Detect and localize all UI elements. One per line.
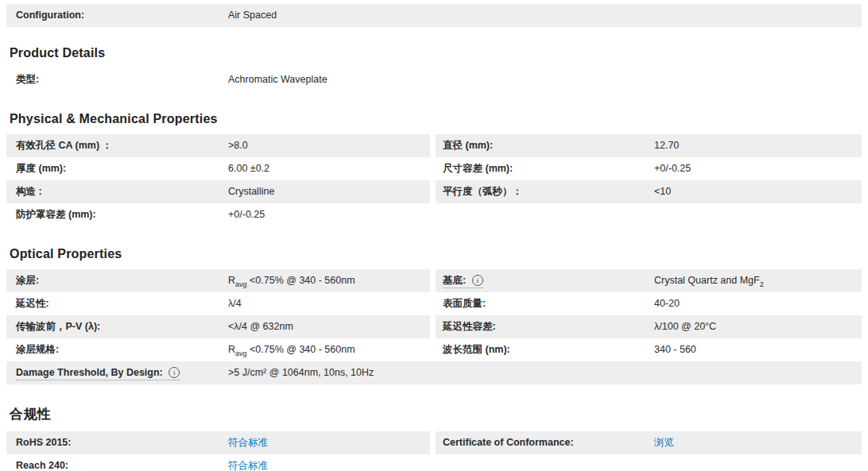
spec-label-coating: 涂层: — [6, 269, 228, 292]
physical-properties-table: 有效孔径 CA (mm) ： >8.0 直径 (mm): 12.70 厚度 (m… — [6, 134, 862, 226]
optical-properties-table: 涂层: Ravg <0.75% @ 340 - 560nm 基底: i Crys… — [6, 269, 862, 384]
spec-value-retardance-tolerance: λ/100 @ 20°C — [649, 315, 862, 338]
spec-label-retardance-tolerance: 延迟性容差: — [430, 315, 649, 338]
table-row: 涂层: Ravg <0.75% @ 340 - 560nm 基底: i Crys… — [6, 269, 862, 292]
table-row: 有效孔径 CA (mm) ： >8.0 直径 (mm): 12.70 — [6, 134, 862, 157]
table-row: RoHS 2015: 符合标准 Certificate of Conforman… — [6, 431, 862, 454]
spec-value-housing-tolerance: +0/-0.25 — [228, 203, 862, 226]
table-row: 防护罩容差 (mm): +0/-0.25 — [6, 203, 862, 226]
spec-value-retardance: λ/4 — [228, 292, 430, 315]
spec-value-construction: Crystalline — [228, 180, 430, 203]
spec-label-clear-aperture: 有效孔径 CA (mm) ： — [6, 134, 228, 157]
spec-label-certificate-of-conformance: Certificate of Conformance: — [430, 431, 649, 454]
spec-label-coating-spec: 涂层规格: — [6, 338, 228, 361]
spec-label-construction: 构造 : — [6, 180, 228, 203]
table-row: 涂层规格: Ravg <0.75% @ 340 - 560nm 波长范围 (nm… — [6, 338, 862, 361]
table-row: 类型: Achromatic Waveplate — [6, 68, 862, 91]
section-heading-compliance: 合规性 — [6, 405, 862, 423]
reach-compliant-cell: 符合标准 — [228, 454, 862, 471]
spec-value-clear-aperture: >8.0 — [228, 134, 430, 157]
section-heading-physical: Physical & Mechanical Properties — [6, 112, 862, 126]
spec-label-damage-threshold-text: Damage Threshold, By Design: — [16, 367, 163, 378]
spec-value-coating-spec: Ravg <0.75% @ 340 - 560nm — [228, 338, 430, 361]
spec-value-dimensional-tolerance: +0/-0.25 — [649, 157, 862, 180]
spec-label-parallelism: 平行度（弧秒）： — [430, 180, 649, 203]
spec-value-coating: Ravg <0.75% @ 340 - 560nm — [228, 269, 430, 292]
substrate-label-wrap[interactable]: 基底: i — [443, 275, 483, 288]
table-row: Damage Threshold, By Design: i >5 J/cm² … — [6, 361, 862, 384]
spec-label-thickness: 厚度 (mm): — [6, 157, 228, 180]
product-details-table: 类型: Achromatic Waveplate — [6, 68, 862, 91]
spec-label-housing-tolerance: 防护罩容差 (mm): — [6, 203, 228, 226]
spec-label-substrate-text: 基底: — [443, 275, 466, 286]
spec-value-substrate: Crystal Quartz and MgF2 — [649, 269, 862, 292]
table-row: 延迟性: λ/4 表面质量: 40-20 — [6, 292, 862, 315]
table-row: Reach 240: 符合标准 — [6, 454, 862, 471]
spec-value-wavelength-range: 340 - 560 — [649, 338, 862, 361]
spec-value-thickness: 6.00 ±0.2 — [228, 157, 430, 180]
table-row: 构造 : Crystalline 平行度（弧秒）： <10 — [6, 180, 862, 203]
spec-label-type: 类型: — [6, 68, 228, 91]
table-row: 传输波前，P-V (λ): <λ/4 @ 632nm 延迟性容差: λ/100 … — [6, 315, 862, 338]
spec-value-damage-threshold: >5 J/cm² @ 1064nm, 10ns, 10Hz — [228, 361, 862, 384]
compliance-table: RoHS 2015: 符合标准 Certificate of Conforman… — [6, 431, 862, 471]
table-row: Configuration: Air Spaced — [6, 4, 862, 27]
info-icon[interactable]: i — [472, 275, 483, 286]
section-heading-product-details: Product Details — [6, 46, 862, 60]
spec-label-configuration: Configuration: — [6, 4, 228, 27]
table-row: 厚度 (mm): 6.00 ±0.2 尺寸容差 (mm): +0/-0.25 — [6, 157, 862, 180]
spec-value-diameter: 12.70 — [649, 134, 862, 157]
spec-value-transmitted-wavefront: <λ/4 @ 632nm — [228, 315, 430, 338]
spec-label-retardance: 延迟性: — [6, 292, 228, 315]
spec-value-type: Achromatic Waveplate — [228, 68, 862, 91]
reach-compliant-link[interactable]: 符合标准 — [228, 460, 268, 471]
spec-label-dimensional-tolerance: 尺寸容差 (mm): — [430, 157, 649, 180]
damage-threshold-label-wrap[interactable]: Damage Threshold, By Design: i — [16, 367, 180, 380]
spec-value-surface-quality: 40-20 — [649, 292, 862, 315]
spec-label-substrate: 基底: i — [430, 269, 649, 292]
configuration-table: Configuration: Air Spaced — [6, 4, 862, 27]
rohs-compliant-cell: 符合标准 — [228, 431, 430, 454]
spec-label-rohs: RoHS 2015: — [6, 431, 228, 454]
certificate-cell: 浏览 — [649, 431, 862, 454]
spec-label-surface-quality: 表面质量: — [430, 292, 649, 315]
rohs-compliant-link[interactable]: 符合标准 — [228, 437, 268, 448]
certificate-view-link[interactable]: 浏览 — [654, 437, 674, 448]
info-icon[interactable]: i — [169, 367, 180, 378]
spec-label-reach: Reach 240: — [6, 454, 228, 471]
spec-label-diameter: 直径 (mm): — [430, 134, 649, 157]
spec-value-parallelism: <10 — [649, 180, 862, 203]
section-heading-optical: Optical Properties — [6, 247, 862, 261]
spec-label-transmitted-wavefront: 传输波前，P-V (λ): — [6, 315, 228, 338]
spec-label-wavelength-range: 波长范围 (nm): — [430, 338, 649, 361]
spec-value-configuration: Air Spaced — [228, 4, 862, 27]
product-spec-page: Configuration: Air Spaced Product Detail… — [0, 0, 868, 471]
spec-label-damage-threshold: Damage Threshold, By Design: i — [6, 361, 228, 384]
